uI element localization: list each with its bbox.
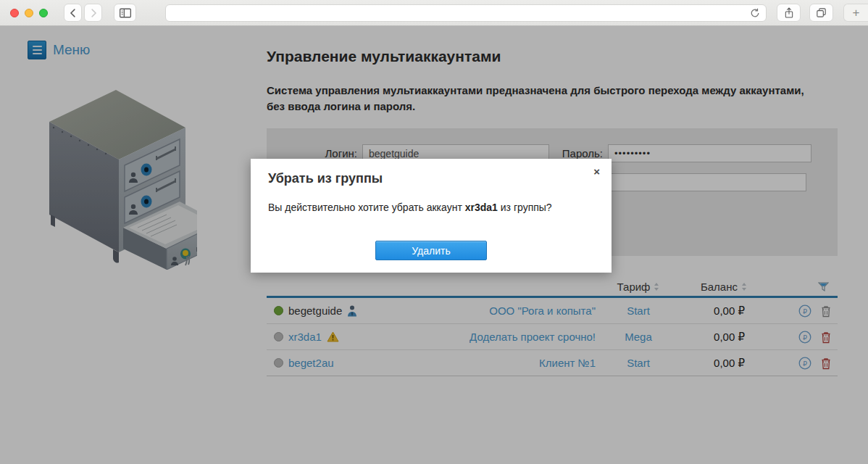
- reload-icon: [750, 8, 760, 18]
- share-icon: [783, 7, 795, 20]
- sidebar-toggle-button[interactable]: [114, 4, 136, 22]
- reload-button[interactable]: [750, 8, 760, 18]
- new-tab-button[interactable]: +: [843, 4, 868, 22]
- plus-icon: +: [853, 6, 860, 20]
- window-close-button[interactable]: [10, 9, 19, 17]
- tabs-overview-icon: [815, 7, 827, 19]
- share-button[interactable]: [777, 4, 801, 22]
- url-bar[interactable]: [165, 4, 767, 22]
- close-icon[interactable]: ×: [593, 165, 600, 179]
- remove-from-group-dialog: Убрать из группы × Вы действительно хоти…: [251, 159, 612, 273]
- dialog-title: Убрать из группы: [268, 171, 383, 186]
- back-button[interactable]: [64, 4, 82, 22]
- delete-button[interactable]: Удалить: [375, 241, 487, 260]
- dialog-message: Вы действительно хотите убрать аккаунт x…: [268, 202, 552, 213]
- url-input[interactable]: [166, 6, 750, 20]
- window-minimize-button[interactable]: [25, 9, 33, 17]
- window-zoom-button[interactable]: [39, 9, 48, 17]
- account-name: xr3da1: [465, 202, 498, 213]
- browser-toolbar: +: [0, 0, 868, 26]
- sidebar-icon: [118, 7, 133, 20]
- forward-button[interactable]: [84, 4, 102, 22]
- chevron-left-icon: [67, 7, 80, 20]
- tabs-overview-button[interactable]: [809, 4, 833, 22]
- chevron-right-icon: [87, 7, 100, 20]
- window-controls: [10, 9, 48, 17]
